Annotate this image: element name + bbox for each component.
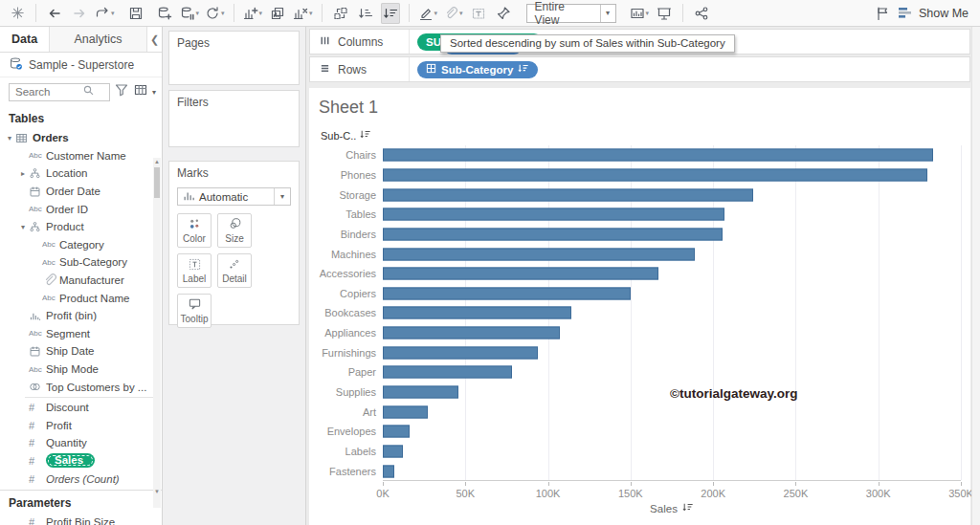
view-options-icon[interactable] bbox=[133, 82, 148, 101]
save-button[interactable] bbox=[126, 3, 145, 24]
bar-copiers[interactable] bbox=[383, 287, 631, 299]
label-button[interactable]: Label bbox=[177, 253, 212, 288]
field-customer-name[interactable]: AbcCustomer Name bbox=[0, 147, 162, 165]
field-orders[interactable]: ▾Orders bbox=[0, 129, 162, 147]
bar-chairs[interactable] bbox=[383, 149, 933, 162]
sort-ascending-button[interactable] bbox=[356, 3, 375, 24]
field-profit-bin-size[interactable]: #Profit Bin Size bbox=[0, 514, 162, 525]
fix-axes-button[interactable] bbox=[494, 3, 513, 24]
filter-fields-icon[interactable] bbox=[114, 82, 129, 101]
scroll-thumb[interactable] bbox=[154, 167, 160, 198]
scroll-down-icon[interactable]: ▼ bbox=[153, 489, 161, 494]
fit-mode-caret-icon[interactable]: ▾ bbox=[600, 5, 615, 22]
field-list-scrollbar[interactable]: ▲ ▼ bbox=[153, 158, 161, 508]
bar-phones[interactable] bbox=[383, 168, 927, 181]
fit-mode-select[interactable]: Entire View▾ bbox=[526, 4, 616, 23]
refresh-datasource-button[interactable]: ▾ bbox=[205, 3, 225, 24]
field-orders-count[interactable]: #Orders (Count) bbox=[0, 470, 162, 488]
show-mark-labels-button[interactable] bbox=[469, 3, 488, 24]
clear-sheet-button[interactable]: ▾ bbox=[293, 3, 313, 24]
field-product-name[interactable]: AbcProduct Name bbox=[0, 289, 162, 307]
bar-machines[interactable] bbox=[383, 248, 695, 260]
field-profit[interactable]: #Profit bbox=[0, 417, 162, 435]
fit-axes-button[interactable]: ▾ bbox=[630, 3, 650, 24]
show-me-button[interactable]: Show Me bbox=[898, 3, 969, 24]
tooltip-flag-button[interactable] bbox=[873, 3, 892, 24]
tab-data[interactable]: Data bbox=[0, 27, 50, 52]
redo-button[interactable]: ▾ bbox=[95, 3, 115, 24]
view-options-caret-icon[interactable]: ▾ bbox=[152, 88, 156, 97]
field-sales[interactable]: #Sales bbox=[0, 452, 162, 470]
search-input[interactable] bbox=[15, 86, 82, 98]
caret-down-icon[interactable]: ▾ bbox=[4, 134, 15, 142]
collapse-pane-icon[interactable]: ❮ bbox=[147, 27, 162, 52]
mark-type-caret-icon[interactable]: ▾ bbox=[274, 188, 290, 205]
caret-down-icon[interactable]: ▾ bbox=[17, 223, 29, 231]
datasource-row[interactable]: Sample - Superstore bbox=[0, 53, 162, 77]
bar-row: Phones bbox=[383, 165, 961, 186]
bar-accessories[interactable] bbox=[383, 268, 658, 280]
add-datasource-button[interactable] bbox=[155, 3, 174, 24]
scroll-up-icon[interactable]: ▲ bbox=[153, 159, 161, 164]
field-order-date[interactable]: Order Date bbox=[0, 183, 162, 201]
rows-shelf[interactable]: Rows Sub-Category bbox=[309, 56, 970, 82]
sort-descending-icon[interactable] bbox=[518, 63, 529, 76]
bar-art[interactable] bbox=[383, 405, 428, 418]
duplicate-sheet-button[interactable] bbox=[268, 3, 287, 24]
bar-tables[interactable] bbox=[383, 208, 724, 221]
sort-descending-icon[interactable] bbox=[682, 502, 694, 514]
field-profit-bin[interactable]: Profit (bin) bbox=[0, 307, 162, 325]
field-segment[interactable]: AbcSegment bbox=[0, 325, 162, 343]
row-field-header[interactable]: Sub-C.. bbox=[321, 129, 371, 142]
caret-right-icon[interactable]: ▸ bbox=[17, 169, 29, 178]
bar-envelopes[interactable] bbox=[383, 426, 410, 438]
pages-shelf[interactable]: Pages bbox=[168, 31, 300, 85]
pause-updates-button[interactable]: ▾ bbox=[180, 3, 200, 24]
field-category[interactable]: AbcCategory bbox=[0, 236, 162, 254]
tooltip-button[interactable]: Tooltip bbox=[177, 294, 212, 328]
axis-tick-label: 50K bbox=[456, 488, 475, 499]
sort-descending-button[interactable] bbox=[381, 3, 400, 24]
search-box[interactable] bbox=[9, 83, 110, 101]
field-manufacturer[interactable]: Manufacturer bbox=[0, 272, 162, 290]
tab-analytics[interactable]: Analytics bbox=[50, 27, 147, 52]
bar-bookcases[interactable] bbox=[383, 307, 571, 319]
window-scrollbar[interactable] bbox=[971, 27, 980, 525]
bar-appliances[interactable] bbox=[383, 327, 560, 339]
forward-button[interactable] bbox=[70, 3, 89, 24]
x-axis-title[interactable]: Sales bbox=[383, 502, 961, 514]
bar-row: Storage bbox=[383, 185, 961, 205]
share-button[interactable] bbox=[692, 3, 711, 24]
size-button[interactable]: Size bbox=[217, 213, 252, 248]
bar-row: Accessories bbox=[383, 264, 961, 284]
field-location[interactable]: ▸Location bbox=[0, 164, 162, 183]
sort-descending-icon[interactable] bbox=[360, 129, 371, 142]
filters-shelf[interactable]: Filters bbox=[168, 90, 300, 147]
back-button[interactable] bbox=[45, 3, 64, 24]
field-top-customers-by[interactable]: Top Customers by ... bbox=[0, 378, 162, 396]
group-members-button[interactable]: ▾ bbox=[443, 3, 463, 24]
color-button[interactable]: Color bbox=[177, 213, 212, 248]
field-product[interactable]: ▾Product bbox=[0, 218, 162, 236]
bar-furnishings[interactable] bbox=[383, 346, 538, 359]
field-discount[interactable]: #Discount bbox=[0, 399, 162, 417]
bar-storage[interactable] bbox=[383, 188, 753, 201]
highlight-button[interactable]: ▾ bbox=[418, 3, 438, 24]
bar-fasteners[interactable] bbox=[383, 465, 394, 477]
bar-labels[interactable] bbox=[383, 446, 403, 458]
field-order-id[interactable]: AbcOrder ID bbox=[0, 200, 162, 218]
swap-rows-columns-button[interactable] bbox=[331, 3, 350, 24]
field-ship-mode[interactable]: AbcShip Mode bbox=[0, 361, 162, 379]
bar-binders[interactable] bbox=[383, 228, 723, 240]
presentation-mode-button[interactable] bbox=[655, 3, 674, 24]
bar-paper[interactable] bbox=[383, 366, 512, 379]
rows-pill-sub-category[interactable]: Sub-Category bbox=[417, 61, 538, 78]
detail-button[interactable]: Detail bbox=[217, 253, 252, 288]
field-ship-date[interactable]: Ship Date bbox=[0, 342, 162, 361]
new-worksheet-button[interactable]: ▾ bbox=[243, 3, 263, 24]
mark-type-dropdown[interactable]: Automatic ▾ bbox=[177, 187, 291, 206]
field-sub-category[interactable]: AbcSub-Category bbox=[0, 253, 162, 272]
bar-supplies[interactable] bbox=[383, 386, 458, 399]
axis-tick-label: 100K bbox=[536, 488, 561, 499]
field-quantity[interactable]: #Quantity bbox=[0, 434, 162, 452]
